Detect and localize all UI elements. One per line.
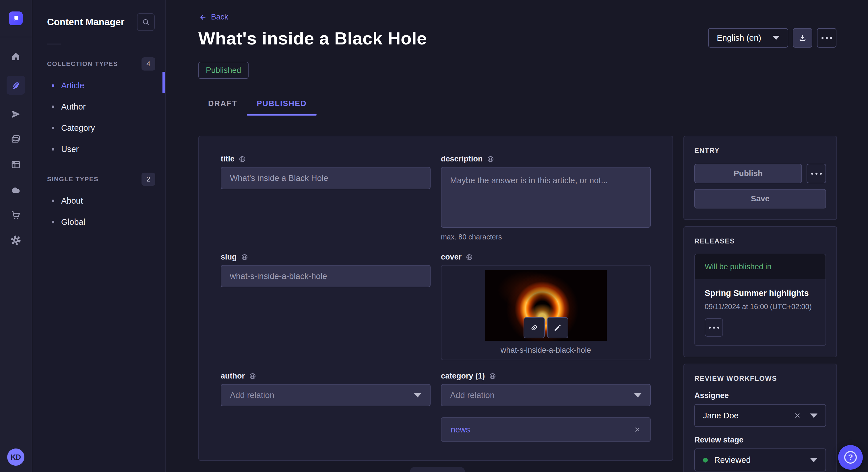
cart-icon [11,210,21,220]
cover-media-box: what-s-inside-a-black-hole [441,265,651,360]
rail-item-home[interactable] [7,50,25,62]
rail-item-settings[interactable] [7,235,25,246]
globe-icon [241,254,248,261]
subnav-item-article[interactable]: Article [33,75,165,96]
layout-icon [11,160,21,170]
author-relation-select[interactable]: Add relation [221,384,431,406]
subnav-item-user[interactable]: User [33,138,165,160]
tab-draft[interactable]: DRAFT [198,92,247,115]
rail-item-media-library[interactable] [7,134,25,145]
bullet-icon [52,221,54,224]
subnav-item-author[interactable]: Author [33,96,165,117]
rail-item-content-manager[interactable] [7,76,25,95]
content-manager-subnav: Content Manager COLLECTION TYPES 4 Artic… [33,0,166,472]
search-icon [142,18,150,26]
more-options-button[interactable] [817,28,836,47]
chevron-down-icon [414,393,422,398]
rail-item-marketplace[interactable] [7,209,25,221]
link-icon [530,324,538,332]
assignee-combobox[interactable]: Jane Doe [694,404,826,427]
copy-link-button[interactable] [524,317,545,338]
strapi-logo-icon[interactable] [9,11,23,25]
entry-panel: ENTRY Publish Save [683,136,837,220]
ellipsis-icon [811,173,822,175]
cover-caption: what-s-inside-a-black-hole [501,346,591,355]
slug-input[interactable] [221,265,431,287]
category-relation-select[interactable]: Add relation [441,384,651,406]
rail-item-content-type-builder[interactable] [7,159,25,170]
subnav-title: Content Manager [47,16,125,28]
close-icon [794,411,801,419]
review-stage-select[interactable]: Reviewed [694,448,826,471]
chevron-down-icon [773,36,780,40]
field-cover: cover what-s-inside [441,252,651,360]
chevron-down-icon [810,458,817,462]
edit-media-button[interactable] [547,317,568,338]
field-title: title [221,155,431,241]
rail-item-deploy[interactable] [7,108,25,120]
ellipsis-icon [709,327,719,329]
single-types-count-badge: 2 [142,173,155,186]
release-more-button[interactable] [705,318,723,337]
description-label: description [441,155,483,164]
rail-item-cloud[interactable] [7,184,25,196]
hidden-bottom-button[interactable] [410,467,465,472]
help-button[interactable]: ? [838,445,863,470]
save-button[interactable]: Save [694,189,826,208]
release-card: Will be published in Spring Summer highl… [694,254,826,346]
strapi-logo-wrap [0,0,32,37]
media-images-icon [11,134,21,144]
bullet-icon [52,148,54,150]
cover-image-black-hole [485,270,607,341]
ellipsis-icon [822,37,832,39]
entry-panel-title: ENTRY [694,146,826,155]
release-name[interactable]: Spring Summer highlights [705,289,816,298]
category-relation-item: news [441,417,651,442]
collection-types-count-badge: 4 [142,57,155,71]
subnav-item-about[interactable]: About [33,190,165,211]
description-hint: max. 80 characters [441,233,651,241]
title-input[interactable] [221,167,431,189]
side-panels: ENTRY Publish Save RELEASES Will be publ… [683,136,837,472]
clear-assignee-button[interactable] [794,411,801,419]
search-button[interactable] [137,13,155,31]
entry-form-card: title description Maybe the answer is in… [198,136,673,461]
globe-icon [487,156,494,163]
bullet-icon [52,200,54,202]
subnav-scrollbar-thumb[interactable] [162,72,165,93]
question-mark-icon: ? [844,451,857,464]
subnav-item-category[interactable]: Category [33,117,165,138]
globe-icon [489,372,496,380]
stage-status-dot [703,458,708,463]
release-status: Will be published in [695,255,826,279]
version-tabs: DRAFT PUBLISHED [198,92,868,115]
close-icon [633,426,641,433]
main-navigation-rail: KD [0,0,32,472]
releases-panel-title: RELEASES [694,237,826,245]
review-workflows-title: REVIEW WORKFLOWS [694,374,826,382]
export-button[interactable] [793,28,812,47]
subnav-item-global[interactable]: Global [33,211,165,233]
entry-more-button[interactable] [807,164,826,183]
chevron-down-icon [634,393,642,398]
publish-button[interactable]: Publish [694,164,802,183]
cloud-icon [10,184,21,195]
back-link[interactable]: Back [198,12,228,22]
collection-types-section: COLLECTION TYPES 4 Article Author Catego… [33,56,165,160]
subnav-divider [47,43,61,44]
download-icon [798,34,807,42]
single-types-section: SINGLE TYPES 2 About Global [33,171,165,233]
review-stage-label: Review stage [694,436,826,444]
user-avatar[interactable]: KD [7,448,24,466]
description-textarea[interactable]: Maybe the answer is in this article, or … [441,167,651,228]
title-label: title [221,155,235,164]
relation-news-link[interactable]: news [451,425,470,434]
locale-select[interactable]: English (en) [708,28,788,47]
bullet-icon [52,105,54,108]
remove-relation-button[interactable] [633,426,641,433]
tab-published[interactable]: PUBLISHED [247,92,316,115]
feather-icon [10,80,21,91]
arrow-left-icon [198,13,206,21]
collection-types-label: COLLECTION TYPES [47,60,118,68]
slug-label: slug [221,252,237,262]
